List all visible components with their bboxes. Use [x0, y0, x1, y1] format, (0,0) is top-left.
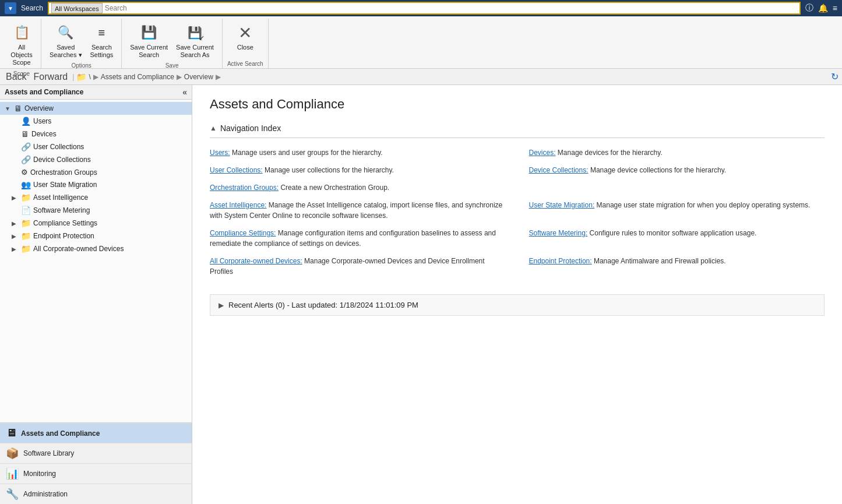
- menu-button[interactable]: ≡: [833, 3, 837, 13]
- app-icon[interactable]: ▼: [5, 2, 16, 14]
- user-state-migration-label: User State Migration: [33, 181, 97, 189]
- compliance-settings-arrow: ▶: [12, 220, 19, 227]
- back-button[interactable]: Back: [3, 71, 29, 83]
- user-collections-desc: Manage user collections for the hierarch…: [265, 166, 394, 174]
- nav-bar: Back Forward | 📁 \ ▶ Assets and Complian…: [0, 69, 842, 85]
- user-collections-icon: 🔗: [21, 142, 31, 151]
- breadcrumb-overview[interactable]: Overview: [184, 73, 213, 81]
- ribbon-group-scope: 📋 AllObjectsScope Scope: [2, 19, 41, 68]
- sidebar-item-all-corporate-owned[interactable]: ▶ 📁 All Corporate-owned Devices: [0, 242, 192, 255]
- sidebar-item-overview[interactable]: ▼ 🖥 Overview: [0, 102, 192, 115]
- save-current-search-as-button[interactable]: 💾↙ Save CurrentSearch As: [172, 21, 217, 61]
- bottom-nav-monitoring[interactable]: 📊 Monitoring: [0, 463, 192, 484]
- user-collections-link[interactable]: User Collections:: [210, 166, 263, 174]
- save-buttons: 💾 Save CurrentSearch 💾↙ Save CurrentSear…: [126, 19, 217, 61]
- forward-button[interactable]: Forward: [31, 71, 71, 83]
- administration-nav-icon: 🔧: [6, 488, 19, 501]
- overview-label: Overview: [24, 104, 54, 112]
- nav-index-orchestration-groups: Orchestration Groups: Create a new Orche…: [210, 182, 506, 193]
- breadcrumb-sep1: ▶: [93, 73, 98, 81]
- users-link[interactable]: Users:: [210, 149, 230, 157]
- user-state-migration-link[interactable]: User State Migration:: [529, 201, 595, 209]
- sidebar-item-user-collections[interactable]: 🔗 User Collections: [0, 140, 192, 153]
- save-current-search-icon: 💾: [140, 23, 158, 42]
- endpoint-protection-link[interactable]: Endpoint Protection:: [529, 257, 592, 265]
- nav-index-software-metering: Software Metering: Configure rules to mo…: [529, 228, 825, 249]
- all-corporate-owned-arrow: ▶: [12, 246, 19, 252]
- asset-intelligence-link[interactable]: Asset Intelligence:: [210, 201, 266, 209]
- nav-index-user-collections: User Collections: Manage user collection…: [210, 165, 506, 175]
- devices-label: Devices: [31, 130, 57, 138]
- search-settings-button[interactable]: ≡ SearchSettings: [87, 21, 117, 61]
- orchestration-groups-icon: ⚙: [21, 168, 28, 177]
- software-library-nav-icon: 📦: [6, 447, 19, 460]
- main-layout: Assets and Compliance « ▼ 🖥 Overview 👤 U…: [0, 85, 842, 504]
- sidebar-item-orchestration-groups[interactable]: ⚙ Orchestration Groups: [0, 166, 192, 178]
- breadcrumb-sep3: ▶: [216, 73, 221, 81]
- refresh-button[interactable]: ↻: [831, 71, 839, 82]
- sidebar-item-devices[interactable]: 🖥 Devices: [0, 128, 192, 140]
- sidebar-item-asset-intelligence[interactable]: ▶ 📁 Asset Intelligence: [0, 191, 192, 204]
- endpoint-protection-arrow: ▶: [12, 233, 19, 239]
- user-state-migration-desc: Manage user state migration for when you…: [597, 201, 811, 209]
- orchestration-groups-label: Orchestration Groups: [30, 168, 97, 177]
- bottom-nav-software-library[interactable]: 📦 Software Library: [0, 443, 192, 463]
- nav-index-divider: [210, 138, 825, 138]
- breadcrumb-assets[interactable]: Assets and Compliance: [101, 73, 174, 81]
- sidebar-item-device-collections[interactable]: 🔗 Device Collections: [0, 153, 192, 166]
- search-settings-icon: ≡: [92, 23, 111, 42]
- all-corporate-owned-link[interactable]: All Corporate-owned Devices:: [210, 257, 302, 265]
- close-active-search-button[interactable]: ✕ Close: [231, 21, 260, 54]
- ribbon-group-active-search: ✕ Close Active Search: [223, 19, 269, 68]
- sidebar-tree: ▼ 🖥 Overview 👤 Users 🖥 Devices 🔗 User Co…: [0, 100, 192, 422]
- save-current-search-button[interactable]: 💾 Save CurrentSearch: [126, 21, 171, 61]
- workspace-tag[interactable]: All Workspaces: [51, 3, 103, 13]
- asset-intelligence-arrow: ▶: [12, 195, 19, 201]
- all-objects-scope-button[interactable]: 📋 AllObjectsScope: [7, 21, 36, 69]
- nav-index-device-collections: Device Collections: Manage device collec…: [529, 165, 825, 175]
- compliance-settings-label: Compliance Settings: [33, 219, 97, 227]
- software-library-nav-label: Software Library: [23, 449, 74, 457]
- sidebar-item-users[interactable]: 👤 Users: [0, 115, 192, 128]
- software-metering-link[interactable]: Software Metering:: [529, 229, 588, 237]
- all-objects-icon: 📋: [12, 23, 31, 42]
- search-label: Search: [21, 4, 43, 12]
- nav-index-endpoint-protection: Endpoint Protection: Manage Antimalware …: [529, 256, 825, 277]
- recent-alerts-bar[interactable]: ▶ Recent Alerts (0) - Last updated: 1/18…: [210, 294, 825, 316]
- recent-alerts-label: Recent Alerts (0) - Last updated: 1/18/2…: [228, 301, 418, 309]
- nav-index-users: Users: Manage users and user groups for …: [210, 147, 506, 158]
- nav-index-all-corporate-owned: All Corporate-owned Devices: Manage Corp…: [210, 256, 506, 277]
- sidebar-item-endpoint-protection[interactable]: ▶ 📁 Endpoint Protection: [0, 230, 192, 242]
- user-collections-label: User Collections: [33, 143, 84, 151]
- sidebar-item-user-state-migration[interactable]: 👥 User State Migration: [0, 178, 192, 191]
- bell-button[interactable]: 🔔: [818, 3, 828, 13]
- bottom-nav-administration[interactable]: 🔧 Administration: [0, 484, 192, 504]
- breadcrumb-sep2: ▶: [177, 73, 182, 81]
- info-button[interactable]: ⓘ: [805, 3, 813, 13]
- nav-index-section-header[interactable]: ▲ Navigation Index: [210, 124, 825, 133]
- sidebar-item-compliance-settings[interactable]: ▶ 📁 Compliance Settings: [0, 217, 192, 230]
- compliance-settings-link[interactable]: Compliance Settings:: [210, 229, 276, 237]
- sidebar-item-software-metering[interactable]: 📄 Software Metering: [0, 204, 192, 217]
- page-title: Assets and Compliance: [210, 97, 825, 112]
- asset-intelligence-label: Asset Intelligence: [33, 193, 88, 202]
- user-state-migration-icon: 👥: [21, 180, 31, 189]
- search-box[interactable]: All Workspaces: [48, 2, 801, 15]
- sidebar-collapse-button[interactable]: «: [182, 87, 187, 97]
- device-collections-icon: 🔗: [21, 155, 31, 164]
- overview-arrow: ▼: [5, 105, 12, 112]
- software-metering-label: Software Metering: [33, 206, 90, 214]
- device-collections-link[interactable]: Device Collections:: [529, 166, 589, 174]
- save-group-label: Save: [165, 61, 179, 70]
- content-area: Assets and Compliance ▲ Navigation Index…: [192, 85, 842, 504]
- search-input[interactable]: [105, 4, 797, 12]
- nav-index-asset-intelligence: Asset Intelligence: Manage the Asset Int…: [210, 200, 506, 221]
- save-current-search-as-icon: 💾↙: [186, 23, 205, 42]
- saved-searches-button[interactable]: 🔍 SavedSearches ▾: [46, 21, 86, 61]
- devices-link[interactable]: Devices:: [529, 149, 556, 157]
- search-settings-label: SearchSettings: [90, 44, 114, 59]
- all-objects-label: AllObjectsScope: [10, 44, 32, 67]
- bottom-nav-assets-compliance[interactable]: 🖥 Assets and Compliance: [0, 423, 192, 443]
- orchestration-groups-link[interactable]: Orchestration Groups:: [210, 184, 279, 192]
- sidebar-title: Assets and Compliance: [5, 88, 83, 96]
